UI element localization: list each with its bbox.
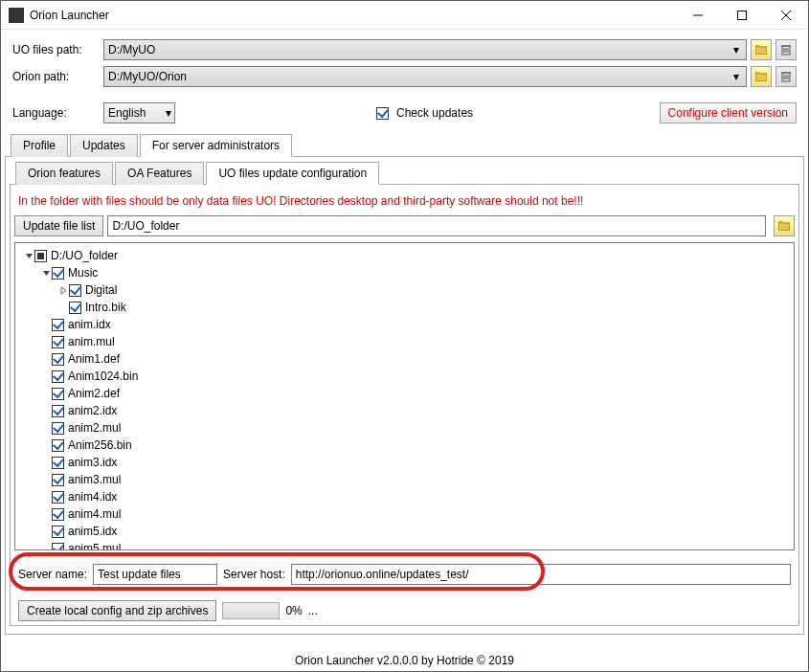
close-button[interactable] [764, 1, 808, 29]
checkbox-icon[interactable] [52, 439, 64, 452]
tree-row[interactable]: anim4.mul [21, 505, 788, 523]
tree-item-label: Intro.bik [85, 301, 126, 314]
orion-path-value: D:/MyUO/Orion [108, 70, 187, 83]
server-host-label: Server host: [223, 568, 285, 581]
tree-item-label: anim3.mul [68, 473, 121, 486]
orion-path-field[interactable]: D:/MyUO/Orion ▾ [103, 66, 747, 87]
uo-path-delete-button[interactable] [775, 39, 797, 60]
app-icon [9, 8, 24, 23]
svg-rect-1 [738, 11, 747, 19]
tree-row[interactable]: anim2.mul [21, 419, 788, 437]
main-tabs: Profile Updates For server administrator… [5, 133, 804, 157]
progress-dots: ... [308, 604, 318, 617]
maximize-button[interactable] [720, 1, 764, 29]
tree-row[interactable]: anim.mul [21, 333, 788, 350]
checkbox-icon[interactable] [52, 474, 64, 486]
checkbox-icon[interactable] [52, 526, 64, 538]
checkbox-icon[interactable] [52, 422, 64, 435]
server-host-input[interactable] [291, 564, 791, 585]
tree-item-label: anim2.mul [68, 421, 121, 435]
chevron-down-icon: ▾ [166, 106, 171, 120]
footer-text: Orion Launcher v2.0.0.0 by Hotride © 201… [1, 654, 808, 667]
tree-item-label: anim4.mul [68, 507, 121, 521]
update-path-input[interactable] [107, 215, 766, 236]
language-label: Language: [12, 106, 103, 120]
tree-row[interactable]: anim4.idx [21, 488, 788, 505]
checkbox-icon[interactable] [52, 370, 64, 383]
uo-path-label: UO files path: [12, 43, 103, 56]
server-name-input[interactable] [93, 564, 217, 585]
tree-row[interactable]: Anim1.def [21, 350, 788, 368]
checkbox-icon[interactable] [69, 284, 81, 297]
tree-row[interactable]: anim5.idx [21, 523, 788, 540]
title-bar: Orion Launcher [1, 1, 808, 30]
server-name-label: Server name: [18, 568, 87, 581]
uo-path-value: D:/MyUO [108, 43, 155, 56]
file-tree[interactable]: D:/UO_folderMusicDigitalIntro.bikanim.id… [14, 242, 795, 550]
tree-row[interactable]: Digital [21, 281, 788, 299]
checkbox-icon[interactable] [52, 508, 64, 521]
tree-item-label: anim3.idx [68, 456, 117, 469]
uo-path-browse-button[interactable] [751, 39, 772, 60]
tree-row[interactable]: D:/UO_folder [21, 247, 788, 264]
tree-row[interactable]: Anim2.def [21, 385, 788, 402]
tree-item-label: anim2.idx [68, 404, 117, 417]
checkbox-icon[interactable] [52, 336, 64, 348]
checkbox-icon[interactable] [52, 491, 64, 504]
orion-path-delete-button[interactable] [775, 66, 797, 87]
tree-row[interactable]: Anim256.bin [21, 437, 788, 454]
tree-item-label: Music [68, 266, 98, 280]
update-file-list-button[interactable]: Update file list [14, 215, 103, 236]
tree-item-label: Anim2.def [68, 387, 120, 400]
check-updates-checkbox[interactable] [376, 107, 389, 120]
tree-row[interactable]: Intro.bik [21, 299, 788, 316]
tree-item-label: anim5.mul [68, 542, 121, 550]
checkbox-icon[interactable] [52, 319, 64, 331]
tree-row[interactable]: anim2.idx [21, 402, 788, 419]
progress-bar [222, 602, 280, 619]
tab-profile[interactable]: Profile [11, 134, 68, 157]
configure-client-button[interactable]: Configure client version [660, 102, 797, 123]
tree-row[interactable]: Anim1024.bin [21, 368, 788, 385]
tab-oa-features[interactable]: OA Features [115, 162, 204, 185]
tree-row[interactable]: anim5.mul [21, 540, 788, 550]
tree-row[interactable]: anim.idx [21, 316, 788, 333]
minimize-button[interactable] [676, 1, 720, 29]
tree-row[interactable]: Music [21, 264, 788, 281]
chevron-down-icon[interactable]: ▾ [729, 69, 744, 84]
tab-server-admins[interactable]: For server administrators [140, 134, 292, 157]
language-select[interactable]: English ▾ [103, 102, 175, 123]
tree-item-label: Anim1.def [68, 352, 120, 366]
warning-text: In the folder with files should be only … [14, 189, 795, 215]
create-config-button[interactable]: Create local config and zip archives [18, 600, 216, 621]
checkbox-icon[interactable] [52, 388, 64, 400]
update-path-browse-button[interactable] [774, 215, 795, 236]
checkbox-icon[interactable] [52, 267, 64, 280]
tab-orion-features[interactable]: Orion features [15, 162, 113, 185]
tree-item-label: anim5.idx [68, 525, 117, 538]
tree-item-label: Digital [85, 283, 117, 297]
check-updates-label: Check updates [396, 106, 473, 120]
expander-icon[interactable] [23, 252, 34, 260]
expander-icon[interactable] [57, 286, 69, 295]
checkbox-icon[interactable] [52, 353, 64, 366]
uo-path-field[interactable]: D:/MyUO ▾ [103, 39, 747, 60]
checkbox-icon[interactable] [52, 543, 64, 551]
sub-tabs: Orion features OA Features UO files upda… [10, 161, 799, 185]
tab-updates[interactable]: Updates [70, 134, 138, 157]
tab-uo-update-config[interactable]: UO files update configuration [206, 162, 379, 185]
orion-path-browse-button[interactable] [751, 66, 772, 87]
checkbox-icon[interactable] [69, 302, 81, 314]
checkbox-icon[interactable] [52, 457, 64, 469]
tree-item-label: Anim1024.bin [68, 370, 138, 383]
tree-row[interactable]: anim3.idx [21, 454, 788, 471]
tree-item-label: anim.mul [68, 335, 115, 348]
chevron-down-icon[interactable]: ▾ [729, 42, 744, 57]
tristate-box-icon[interactable] [34, 250, 47, 262]
expander-icon[interactable] [40, 269, 52, 278]
tree-item-label: D:/UO_folder [51, 249, 118, 262]
checkbox-icon[interactable] [52, 405, 64, 417]
tree-row[interactable]: anim3.mul [21, 471, 788, 488]
window-title: Orion Launcher [30, 9, 676, 22]
language-value: English [108, 106, 146, 120]
